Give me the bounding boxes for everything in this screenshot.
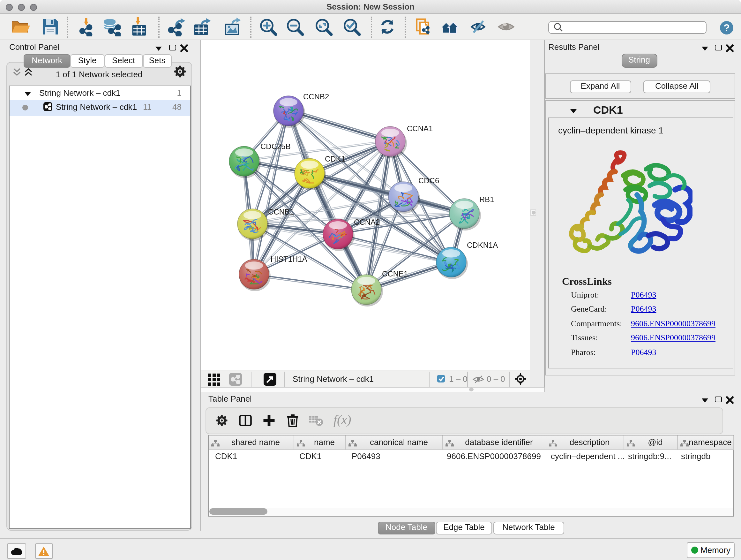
svg-text:CDKN1A: CDKN1A: [467, 240, 497, 249]
svg-text:RB1: RB1: [479, 195, 494, 203]
svg-text:CCNA1: CCNA1: [407, 124, 432, 132]
svg-text:CCNB1: CCNB1: [268, 207, 293, 216]
svg-text:CDK1: CDK1: [325, 154, 345, 163]
svg-text:CDC6: CDC6: [418, 176, 439, 185]
svg-text:CCNA2: CCNA2: [354, 217, 380, 226]
svg-text:CDC25B: CDC25B: [260, 142, 290, 150]
svg-text:HIST1H1A: HIST1H1A: [270, 254, 307, 263]
svg-text:CCNB2: CCNB2: [303, 92, 329, 101]
svg-text:CCNE1: CCNE1: [382, 269, 408, 278]
